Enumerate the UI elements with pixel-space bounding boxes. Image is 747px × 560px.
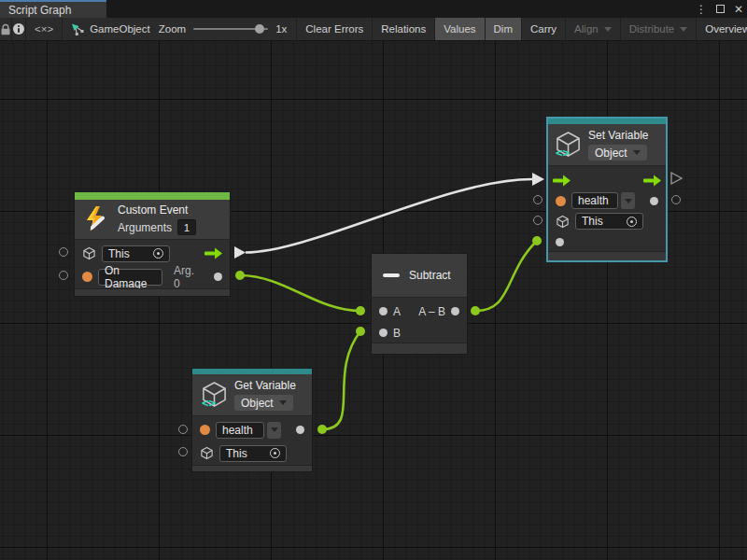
lock-button[interactable]: [0, 18, 12, 40]
node-subtract[interactable]: Subtract A A – B B: [371, 253, 468, 355]
code-icon: <×>: [35, 23, 53, 35]
node-color-bar: [75, 192, 230, 200]
node-footer: [192, 465, 312, 471]
variable-scope-dropdown[interactable]: Object: [588, 145, 647, 161]
relations-button[interactable]: Relations: [373, 18, 435, 40]
inspect-button[interactable]: [12, 18, 26, 40]
arguments-count-field[interactable]: 1: [177, 219, 196, 235]
port-ring: [533, 216, 543, 225]
graph-owner[interactable]: GameObject: [63, 18, 159, 40]
gameobject-label: GameObject: [90, 23, 150, 35]
arguments-label: Arguments: [118, 221, 172, 234]
variable-icon: <>: [555, 131, 582, 159]
node-get-variable[interactable]: <> Get Variable Object health: [191, 368, 313, 472]
port-ring: [178, 447, 188, 456]
cube-icon: [82, 246, 96, 260]
input-a-port[interactable]: [379, 307, 388, 315]
zoom-slider-handle[interactable]: [255, 24, 264, 34]
variable-name-field[interactable]: health: [216, 422, 264, 439]
chevron-down-icon: [604, 27, 612, 32]
node-title: Get Variable: [234, 379, 296, 392]
window-controls: ⋮ ✕: [696, 0, 743, 18]
kebab-menu-icon[interactable]: ⋮: [696, 4, 707, 15]
target-field[interactable]: This: [219, 445, 287, 462]
flow-wire[interactable]: [246, 179, 532, 253]
script-graph-icon: [71, 23, 84, 35]
distribute-dropdown[interactable]: Distribute: [621, 18, 698, 40]
variable-scope-dropdown[interactable]: Object: [234, 395, 293, 411]
chevron-down-icon: [279, 400, 287, 405]
zoom-value: 1x: [275, 23, 287, 35]
object-picker-icon[interactable]: [627, 217, 637, 227]
edit-graph-button[interactable]: <×>: [26, 18, 63, 40]
zoom-label: Zoom: [159, 23, 186, 35]
info-icon: [12, 22, 25, 35]
target-field[interactable]: This: [102, 245, 170, 262]
tab-label: Script Graph: [8, 4, 71, 17]
variable-name-dropdown[interactable]: [621, 192, 635, 209]
overview-button[interactable]: Overview: [697, 18, 747, 40]
value-wire-arg-to-a[interactable]: [240, 275, 360, 311]
clear-errors-button[interactable]: Clear Errors: [296, 18, 373, 40]
tab-bar: Script Graph ⋮ ✕: [0, 0, 747, 18]
variable-icon: <>: [201, 381, 228, 409]
svg-text:<>: <>: [202, 396, 217, 409]
node-set-variable[interactable]: <> Set Variable Object: [546, 117, 668, 262]
value-wire-get-to-b[interactable]: [322, 331, 360, 429]
minus-icon: [383, 273, 400, 277]
output-port[interactable]: [451, 307, 459, 315]
node-footer: [548, 251, 666, 260]
port-ring: [671, 195, 681, 204]
value-out-port[interactable]: [650, 197, 658, 205]
value-port[interactable]: [214, 273, 222, 281]
dim-toggle[interactable]: Dim: [486, 18, 522, 40]
wire-endpoint: [235, 271, 245, 280]
value-out-port[interactable]: [296, 426, 304, 434]
chevron-down-icon: [633, 150, 641, 155]
close-icon[interactable]: ✕: [734, 4, 743, 15]
value-in-port[interactable]: [556, 238, 564, 246]
custom-event-icon: [83, 205, 111, 233]
cube-icon: [556, 215, 570, 229]
flow-out-port[interactable]: [643, 175, 661, 187]
visual-scripting-window: Script Graph ⋮ ✕ <×>: [0, 0, 747, 560]
node-title: Subtract: [409, 269, 451, 282]
flow-out-port[interactable]: [204, 247, 222, 259]
carry-toggle[interactable]: Carry: [522, 18, 566, 40]
port-ring: [59, 247, 68, 257]
values-toggle[interactable]: Values: [435, 18, 485, 40]
graph-canvas[interactable]: Custom Event Arguments 1 This: [0, 41, 747, 560]
variable-port-dot[interactable]: [200, 425, 210, 435]
flow-wire-source-arrow-icon: [234, 246, 246, 259]
zoom-control: Zoom 1x: [159, 18, 297, 40]
variable-name-field[interactable]: health: [571, 192, 618, 209]
flow-out-hint-arrow-icon[interactable]: [671, 173, 682, 184]
event-port-dot[interactable]: [82, 272, 92, 282]
wire-endpoint: [356, 327, 365, 336]
align-dropdown[interactable]: Align: [566, 18, 621, 40]
chevron-down-icon: [625, 199, 632, 203]
node-custom-event[interactable]: Custom Event Arguments 1 This: [74, 191, 231, 297]
tab-script-graph[interactable]: Script Graph: [0, 0, 106, 18]
variable-name-dropdown[interactable]: [267, 422, 281, 439]
port-ring: [178, 425, 188, 434]
object-picker-icon[interactable]: [270, 448, 280, 458]
graph-toolbar: <×> GameObject Zoom 1x Clear Errors Rela…: [0, 18, 747, 41]
variable-port-dot[interactable]: [556, 196, 566, 206]
input-b-port[interactable]: [379, 329, 388, 337]
node-title: Custom Event: [118, 203, 196, 217]
value-wire-sub-to-set[interactable]: [475, 241, 537, 311]
chevron-down-icon: [680, 27, 687, 32]
event-name-field[interactable]: On Damage: [98, 269, 162, 286]
wire-endpoint: [356, 306, 365, 315]
port-ring: [59, 271, 68, 280]
object-picker-icon[interactable]: [153, 248, 163, 259]
maximize-icon[interactable]: [716, 5, 725, 13]
zoom-slider[interactable]: [193, 28, 268, 30]
wire-endpoint: [471, 306, 480, 315]
port-ring: [533, 195, 543, 204]
cube-icon: [200, 446, 214, 460]
target-field[interactable]: This: [575, 213, 643, 230]
node-footer: [75, 288, 230, 296]
flow-in-port[interactable]: [553, 175, 571, 187]
